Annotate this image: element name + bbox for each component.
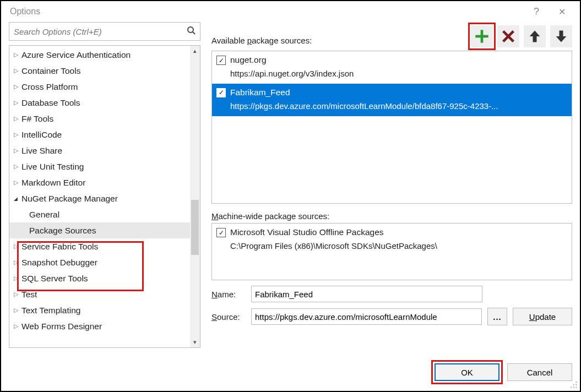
tree-item[interactable]: ▷Live Unit Testing: [9, 159, 200, 175]
svg-rect-9: [571, 386, 572, 388]
source-label: Source:: [211, 312, 246, 322]
source-item[interactable]: ✓Microsoft Visual Studio Offline Package…: [212, 224, 572, 256]
tree-item-label: Cross Platform: [21, 82, 78, 92]
window-title: Options: [7, 7, 40, 17]
source-url: https://api.nuget.org/v3/index.json: [230, 67, 354, 80]
move-down-button[interactable]: [550, 25, 572, 47]
tree-item-label: F# Tools: [21, 114, 53, 124]
options-tree[interactable]: ▷Azure Service Authentication▷Container …: [9, 45, 200, 348]
tree-item-label: Web Forms Designer: [21, 322, 102, 331]
ok-button[interactable]: OK: [435, 363, 499, 381]
remove-source-button[interactable]: [497, 25, 519, 47]
cancel-button[interactable]: Cancel: [507, 363, 572, 381]
caret-right-icon: ▷: [14, 275, 21, 282]
tree-item[interactable]: ▷IntelliCode: [9, 127, 200, 143]
update-button[interactable]: Update: [513, 308, 572, 325]
search-input[interactable]: [13, 26, 186, 37]
tree-item[interactable]: ▷Container Tools: [9, 63, 200, 79]
caret-right-icon: ▷: [14, 147, 21, 154]
machine-wide-sources-list[interactable]: ✓Microsoft Visual Studio Offline Package…: [211, 223, 572, 280]
tree-item[interactable]: ▷Database Tools: [9, 95, 200, 111]
tree-item[interactable]: ▷Markdown Editor: [9, 175, 200, 190]
machine-wide-label: Machine-wide package sources:: [211, 211, 572, 221]
source-item[interactable]: ✓Fabrikam_Feedhttps://pkgs.dev.azure.com…: [212, 84, 572, 116]
source-name: nuget.org: [230, 53, 354, 67]
left-pane: ▷Azure Service Authentication▷Container …: [9, 22, 200, 348]
tree-item[interactable]: ▷Service Fabric Tools: [9, 238, 200, 254]
close-button[interactable]: ✕: [549, 2, 574, 21]
caret-down-icon: ◢: [14, 196, 21, 202]
available-sources-list[interactable]: ✓nuget.orghttps://api.nuget.org/v3/index…: [211, 51, 572, 204]
tree-item-label: Database Tools: [21, 98, 80, 108]
caret-right-icon: ▷: [14, 291, 21, 298]
tree-item-label: IntelliCode: [21, 130, 62, 140]
tree-item-label: NuGet Package Manager: [21, 194, 118, 204]
titlebar: Options ? ✕: [1, 1, 580, 22]
svg-rect-11: [575, 386, 577, 388]
search-options[interactable]: [9, 22, 200, 41]
svg-point-0: [188, 27, 193, 32]
tree-item-label: Text Templating: [21, 306, 80, 315]
tree-item[interactable]: ▷Web Forms Designer: [9, 318, 200, 334]
tree-item[interactable]: ▷Test: [9, 286, 200, 302]
caret-right-icon: ▷: [14, 179, 21, 186]
caret-right-icon: ▷: [14, 67, 21, 74]
scroll-up-icon[interactable]: ▴: [193, 46, 197, 56]
source-url: C:\Program Files (x86)\Microsoft SDKs\Nu…: [230, 239, 437, 253]
caret-right-icon: ▷: [14, 163, 21, 170]
source-item[interactable]: ✓nuget.orghttps://api.nuget.org/v3/index…: [212, 51, 572, 84]
tree-item[interactable]: ▷Live Share: [9, 143, 200, 159]
tree-item[interactable]: ▷SQL Server Tools: [9, 270, 200, 286]
tree-item-label: Container Tools: [21, 66, 80, 76]
source-name: Fabrikam_Feed: [230, 86, 498, 100]
name-label: Name:: [211, 290, 246, 299]
tree-item-label: General: [29, 210, 59, 220]
move-up-button[interactable]: [524, 25, 546, 47]
resize-grip[interactable]: [571, 382, 578, 389]
arrow-down-icon: [553, 29, 569, 44]
tree-item-label: Live Share: [21, 146, 62, 156]
caret-right-icon: ▷: [14, 51, 21, 58]
browse-button[interactable]: ...: [487, 308, 507, 325]
source-field[interactable]: [251, 308, 482, 325]
svg-rect-6: [575, 382, 577, 383]
tree-item[interactable]: Package Sources: [9, 222, 200, 238]
tree-item-label: Markdown Editor: [21, 178, 85, 188]
tree-item[interactable]: General: [9, 206, 200, 222]
scroll-thumb[interactable]: [191, 200, 199, 255]
tree-item-label: Service Fabric Tools: [21, 242, 98, 252]
tree-item[interactable]: ▷Snapshot Debugger: [9, 254, 200, 270]
caret-right-icon: ▷: [14, 323, 21, 330]
caret-right-icon: ▷: [14, 99, 21, 106]
tree-item-label: Live Unit Testing: [21, 162, 84, 172]
svg-line-1: [193, 32, 195, 34]
dialog-footer: OK Cancel: [1, 356, 580, 391]
tree-item[interactable]: ▷Text Templating: [9, 302, 200, 318]
caret-right-icon: ▷: [14, 115, 21, 122]
options-dialog: Options ? ✕ ▷Azure Service Authenticatio…: [0, 0, 581, 392]
arrow-up-icon: [527, 29, 542, 44]
add-source-button[interactable]: [471, 25, 493, 47]
source-checkbox[interactable]: ✓: [216, 88, 226, 97]
tree-item[interactable]: ▷F# Tools: [9, 111, 200, 127]
plus-icon: [474, 29, 490, 44]
tree-scrollbar[interactable]: ▴ ▾: [190, 46, 200, 347]
caret-right-icon: ▷: [14, 243, 21, 250]
name-field[interactable]: [251, 286, 482, 302]
tree-item-label: Test: [21, 290, 37, 300]
svg-rect-10: [573, 386, 574, 388]
tree-item[interactable]: ◢NuGet Package Manager: [9, 190, 200, 206]
source-checkbox[interactable]: ✓: [216, 56, 226, 65]
caret-right-icon: ▷: [14, 131, 21, 138]
tree-item-label: Snapshot Debugger: [21, 258, 97, 268]
x-icon: [501, 29, 516, 44]
tree-item[interactable]: ▷Azure Service Authentication: [9, 47, 200, 63]
scroll-down-icon[interactable]: ▾: [193, 337, 197, 347]
tree-item-label: SQL Server Tools: [21, 274, 88, 284]
help-button[interactable]: ?: [524, 2, 549, 21]
available-sources-label: Available package sources:: [211, 36, 466, 47]
source-checkbox[interactable]: ✓: [216, 228, 226, 237]
svg-rect-7: [573, 384, 574, 385]
tree-item[interactable]: ▷Cross Platform: [9, 79, 200, 95]
svg-rect-8: [575, 384, 577, 385]
